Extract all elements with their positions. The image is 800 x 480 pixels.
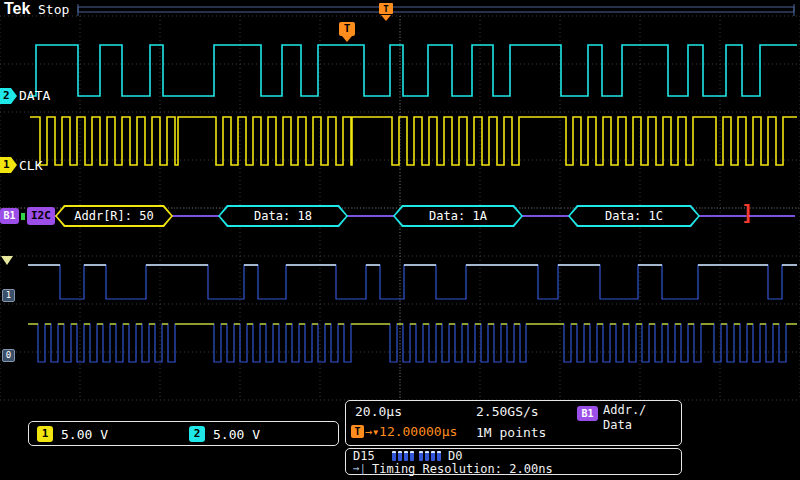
- digital-group-marker-icon: [1, 256, 13, 265]
- ch2-badge: 2: [189, 426, 205, 442]
- digital-activity-bar-icon: [437, 451, 441, 461]
- digital-activity-bar-icon: [392, 451, 396, 461]
- decode-packet-label: Data: 18: [218, 205, 348, 227]
- d1-trace-low: [28, 265, 797, 299]
- timebase-readout: 20.0µs: [355, 404, 402, 419]
- digital-activity-bar-icon: [404, 451, 408, 461]
- samplerate-readout: 2.50GS/s: [476, 404, 539, 419]
- timing-resolution-icon: →|: [353, 462, 366, 475]
- trigger-level-icon: ▼: [373, 428, 378, 437]
- ch2-readout: 2 5.00 V: [189, 426, 260, 442]
- d15-label: D15: [353, 449, 375, 463]
- bus-type-badge: I2C: [27, 207, 55, 225]
- timing-resolution-readout: Timing Resolution: 2.00ns: [372, 462, 553, 476]
- digital-activity-bar-icon: [425, 451, 429, 461]
- decode-packet-data-3: Data: 1C: [568, 205, 700, 227]
- record-trigger-marker: T: [379, 3, 393, 21]
- digital-activity-bar-icon: [419, 451, 423, 461]
- record-length-readout: 1M points: [476, 425, 546, 440]
- bus-stop-bracket: ]: [741, 201, 754, 225]
- bus-b1-position-marker: B1: [0, 208, 19, 224]
- decode-packet-data-2: Data: 1A: [393, 205, 523, 227]
- decode-packet-label: Data: 1C: [568, 205, 700, 227]
- digital-activity-group: [419, 451, 441, 461]
- trigger-arrow-icon: →: [365, 425, 372, 439]
- trigger-position-value: 12.00000µs: [379, 424, 457, 439]
- trigger-t-icon: T: [339, 22, 355, 36]
- bus-mode-line1: Addr./: [603, 403, 646, 417]
- digital-activity-bar-icon: [398, 451, 402, 461]
- d0-trace-low: [28, 324, 797, 362]
- acquisition-status: Stop: [38, 2, 69, 17]
- decode-packet-data-1: Data: 18: [218, 205, 348, 227]
- bus-start-dot: [21, 213, 25, 220]
- digital-channels-readout-box: D15 D0 →| Timing Resolution: 2.00ns: [345, 448, 682, 475]
- svg-text:T: T: [383, 4, 389, 14]
- d0-label: D0: [448, 449, 462, 463]
- bus-mode-line2: Data: [603, 418, 632, 432]
- ch1-readout: 1 5.00 V: [37, 426, 108, 442]
- trigger-pin-arrow-icon: [342, 36, 352, 42]
- tek-logo: Tek: [4, 0, 30, 18]
- digital-activity-bar-icon: [410, 451, 414, 461]
- horizontal-trigger-readout-box: 20.0µs 2.50GS/s 1M points T → ▼ 12.00000…: [345, 400, 682, 446]
- channel-readout-box: 1 5.00 V 2 5.00 V: [28, 421, 339, 446]
- ch2-signal-label: DATA: [19, 88, 50, 103]
- ch1-scale: 5.00 V: [61, 427, 108, 442]
- decode-packet-address: Addr[R]: 50: [55, 205, 173, 227]
- ch1-signal-label: CLK: [19, 158, 42, 173]
- ch1-clk-trace: [30, 117, 797, 165]
- digital-activity-bar-icon: [431, 451, 435, 461]
- trigger-position-pin: T: [339, 22, 355, 42]
- digital-activity-group: [392, 451, 414, 461]
- oscilloscope-screen: T Tek Stop T 2 DATA 1 CLK B1 I2C Addr[R]…: [0, 0, 800, 480]
- decode-packet-label: Addr[R]: 50: [55, 205, 173, 227]
- ch2-scale: 5.00 V: [213, 427, 260, 442]
- ch2-data-trace: [30, 45, 797, 96]
- d1-channel-marker: 1: [2, 289, 15, 302]
- ch1-badge: 1: [37, 426, 53, 442]
- d0-channel-marker: 0: [2, 349, 15, 362]
- bus-b1-badge: B1: [577, 406, 598, 421]
- decode-packet-label: Data: 1A: [393, 205, 523, 227]
- digital-activity-icons: [392, 451, 441, 461]
- record-view-bar: T: [78, 3, 794, 21]
- trigger-t-icon: T: [351, 425, 364, 438]
- trigger-position-readout: T → ▼ 12.00000µs: [351, 424, 457, 439]
